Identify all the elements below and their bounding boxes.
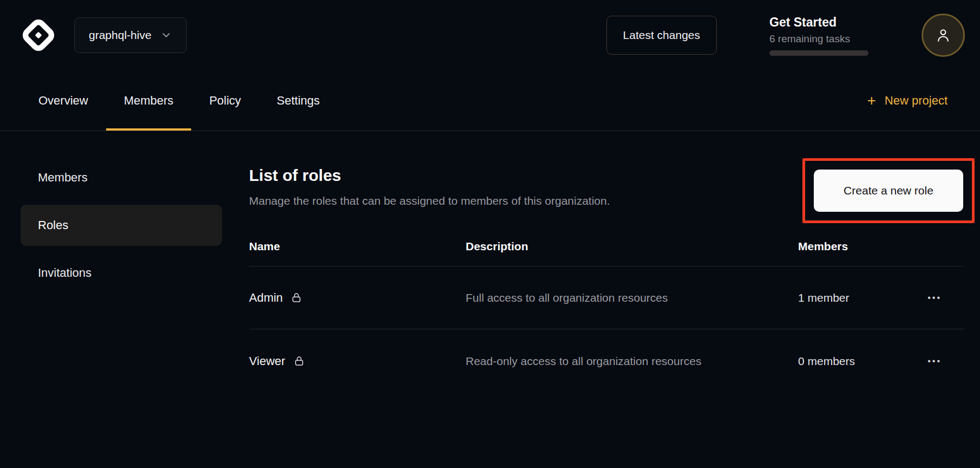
- sidebar-item-invitations[interactable]: Invitations: [21, 252, 222, 294]
- roles-table: Name Description Members Admin Full acce…: [249, 240, 964, 393]
- user-avatar[interactable]: [922, 14, 965, 57]
- role-description: Read-only access to all organization res…: [466, 353, 747, 369]
- get-started-title: Get Started: [769, 15, 870, 30]
- tabbar-spacer: [338, 70, 867, 131]
- lock-icon: [293, 355, 305, 367]
- user-icon: [934, 26, 952, 44]
- hive-diamond-icon: [21, 17, 56, 53]
- role-description: Full access to all organization resource…: [466, 290, 747, 306]
- tab-settings[interactable]: Settings: [259, 70, 338, 131]
- column-header-description: Description: [466, 240, 798, 253]
- top-bar: graphql-hive Latest changes Get Started …: [0, 0, 980, 70]
- sidebar: Members Roles Invitations: [21, 131, 222, 300]
- get-started-subtitle: 6 remaining tasks: [769, 33, 870, 45]
- row-menu-button[interactable]: •••: [927, 294, 942, 302]
- hive-logo-icon[interactable]: [21, 17, 56, 53]
- new-project-button[interactable]: + New project: [867, 70, 948, 131]
- org-selector-label: graphql-hive: [89, 29, 152, 42]
- new-project-label: New project: [885, 94, 948, 108]
- tab-bar: Overview Members Policy Settings + New p…: [0, 70, 980, 131]
- latest-changes-button[interactable]: Latest changes: [606, 16, 717, 55]
- table-row-viewer: Viewer Read-only access to all organizat…: [249, 329, 964, 393]
- role-name: Admin: [249, 291, 283, 305]
- role-members-count: 0 members: [798, 355, 914, 368]
- role-members-count: 1 member: [798, 291, 914, 304]
- get-started-widget[interactable]: Get Started 6 remaining tasks: [769, 15, 870, 56]
- column-header-members: Members: [798, 240, 914, 253]
- create-role-button[interactable]: Create a new role: [814, 170, 963, 212]
- row-menu-button[interactable]: •••: [927, 357, 942, 366]
- table-row-admin: Admin Full access to all organization re…: [249, 266, 964, 329]
- sidebar-item-roles[interactable]: Roles: [21, 205, 222, 246]
- lock-icon: [291, 291, 302, 304]
- org-selector[interactable]: graphql-hive: [74, 17, 187, 53]
- roles-panel: List of roles Manage the roles that can …: [249, 131, 964, 393]
- annotation-highlight-box: Create a new role: [802, 158, 975, 223]
- column-header-name: Name: [249, 240, 466, 253]
- tab-members[interactable]: Members: [106, 70, 192, 131]
- get-started-progressbar: [769, 50, 868, 56]
- plus-icon: +: [867, 93, 876, 108]
- role-name: Viewer: [249, 354, 285, 368]
- sidebar-item-members[interactable]: Members: [21, 157, 222, 198]
- table-header-row: Name Description Members: [249, 240, 964, 266]
- tab-overview[interactable]: Overview: [21, 70, 106, 131]
- chevron-down-icon: [160, 29, 172, 41]
- tab-policy[interactable]: Policy: [191, 70, 259, 131]
- content-area: Members Roles Invitations List of roles …: [0, 131, 980, 393]
